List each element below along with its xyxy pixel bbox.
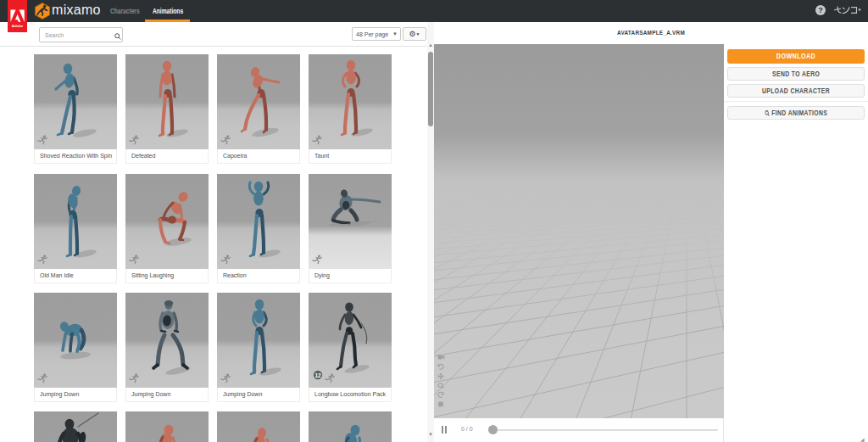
svg-text:12: 12 [314,372,321,378]
svg-text:Adobe: Adobe [12,24,24,28]
